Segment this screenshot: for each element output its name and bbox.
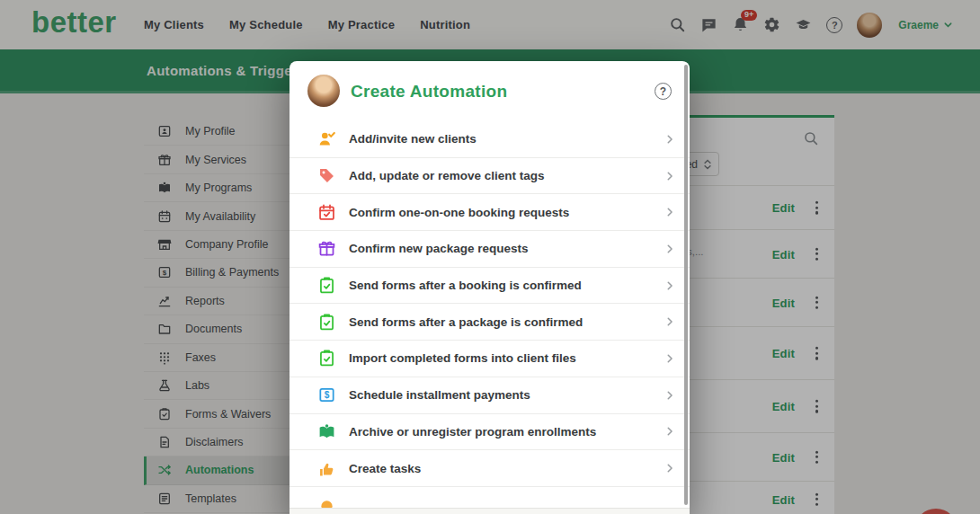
option-archive-enrollments[interactable]: Archive or unregister program enrollment… xyxy=(290,414,690,451)
option-add-invite-clients[interactable]: Add/invite new clients xyxy=(290,121,690,158)
option-confirm-booking-requests[interactable]: Confirm one-on-one booking requests xyxy=(290,194,690,231)
clipboard-check-icon xyxy=(316,312,336,332)
clipboard-check-icon xyxy=(316,349,336,368)
svg-text:$: $ xyxy=(324,390,329,400)
modal-footer xyxy=(290,508,690,514)
option-send-forms-package[interactable]: Send forms after a package is confirmed xyxy=(290,304,690,341)
modal-header: Create Automation ? xyxy=(290,61,690,121)
chevron-right-icon xyxy=(664,133,676,146)
chevron-right-icon xyxy=(664,279,676,292)
modal-title: Create Automation xyxy=(351,61,507,121)
calendar-check-icon xyxy=(316,202,336,222)
option-send-forms-booking[interactable]: Send forms after a booking is confirmed xyxy=(290,268,690,305)
chevron-right-icon xyxy=(664,462,676,474)
clipboard-check-icon xyxy=(316,276,336,296)
user-avatar xyxy=(307,75,340,107)
chevron-right-icon xyxy=(664,170,676,182)
option-confirm-package-requests[interactable]: Confirm new package requests xyxy=(290,231,690,268)
book-icon xyxy=(316,421,336,441)
chevron-right-icon xyxy=(664,425,676,438)
chevron-right-icon xyxy=(664,243,676,255)
gift-icon xyxy=(316,239,336,259)
option-create-tasks[interactable]: Create tasks xyxy=(290,450,690,487)
modal-scrollbar[interactable] xyxy=(684,65,688,505)
chevron-right-icon xyxy=(664,352,676,365)
create-automation-modal: Create Automation ? Add/invite new clien… xyxy=(290,61,690,514)
chevron-right-icon xyxy=(664,389,676,402)
app-window: better My Clients My Schedule My Practic… xyxy=(0,0,980,514)
user-check-icon xyxy=(316,129,336,149)
dollar-square-icon: $ xyxy=(316,386,336,405)
option-import-completed-forms[interactable]: Import completed forms into client files xyxy=(290,341,690,377)
automation-options-list: Add/invite new clients Add, update or re… xyxy=(290,121,690,514)
help-icon[interactable]: ? xyxy=(655,83,672,100)
option-schedule-installments[interactable]: $ Schedule installment payments xyxy=(290,377,690,414)
hand-icon xyxy=(316,458,336,478)
chevron-right-icon xyxy=(664,315,676,328)
tag-icon xyxy=(316,166,336,186)
chevron-right-icon xyxy=(664,206,676,218)
option-client-tags[interactable]: Add, update or remove client tags xyxy=(290,158,690,195)
